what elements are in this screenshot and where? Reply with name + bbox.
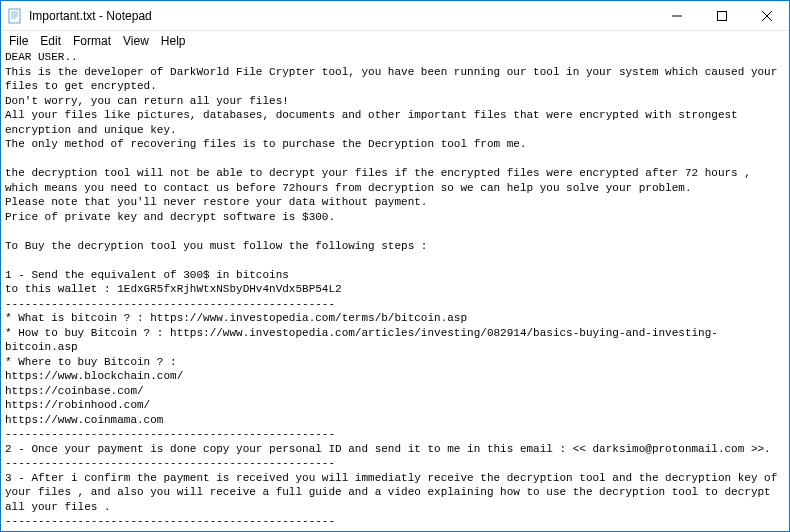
maximize-button[interactable] — [699, 1, 744, 30]
menu-file[interactable]: File — [3, 33, 34, 49]
window-title: Important.txt - Notepad — [29, 9, 654, 23]
menubar: File Edit Format View Help — [1, 31, 789, 50]
notepad-window: Important.txt - Notepad File Edit Format… — [0, 0, 790, 532]
menu-help[interactable]: Help — [155, 33, 192, 49]
text-area[interactable]: DEAR USER.. This is the developer of Dar… — [1, 50, 789, 531]
minimize-button[interactable] — [654, 1, 699, 30]
svg-rect-6 — [717, 11, 726, 20]
close-button[interactable] — [744, 1, 789, 30]
window-controls — [654, 1, 789, 30]
notepad-icon — [7, 8, 23, 24]
menu-view[interactable]: View — [117, 33, 155, 49]
titlebar[interactable]: Important.txt - Notepad — [1, 1, 789, 31]
menu-format[interactable]: Format — [67, 33, 117, 49]
menu-edit[interactable]: Edit — [34, 33, 67, 49]
